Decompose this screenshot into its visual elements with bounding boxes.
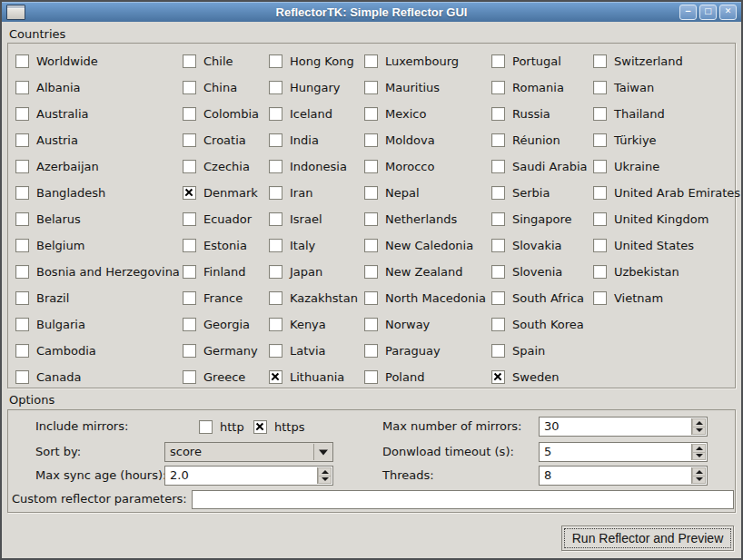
country-checkbox-item[interactable]: Belarus [15,206,180,232]
country-checkbox-item[interactable]: Poland [364,364,486,390]
spin-up-icon[interactable] [692,418,706,427]
http-checkbox[interactable]: http [199,417,244,437]
country-checkbox-item[interactable]: Romania [491,74,588,101]
country-checkbox-item[interactable]: Moldova [364,127,486,153]
country-checkbox-item[interactable]: Morocco [364,153,486,180]
spin-down-icon[interactable] [318,476,332,485]
country-checkbox-item[interactable]: Paraguay [364,338,486,364]
country-checkbox-item[interactable]: India [269,127,358,153]
country-checkbox-item[interactable]: Croatia [183,127,259,153]
country-checkbox-item[interactable]: Thailand [593,101,740,127]
country-checkbox-item[interactable]: Mexico [364,101,486,127]
country-checkbox-item[interactable]: Georgia [183,311,259,338]
country-checkbox-item[interactable]: Bangladesh [15,180,180,206]
country-checkbox-item[interactable]: Iceland [269,101,358,127]
country-checkbox-item[interactable]: Iran [269,180,358,206]
country-checkbox-item[interactable]: Czechia [183,153,259,180]
country-checkbox-item[interactable]: Australia [15,101,180,127]
country-checkbox-item[interactable]: Cambodia [15,338,180,364]
country-checkbox-item[interactable]: Singapore [491,206,588,232]
country-checkbox-item[interactable]: Germany [183,338,259,364]
country-checkbox-item[interactable]: Portugal [491,48,588,74]
run-reflector-button[interactable]: Run Reflector and Preview [561,526,734,551]
country-checkbox-item[interactable]: Greece [183,364,259,390]
country-checkbox-item[interactable]: Belgium [15,232,180,259]
spin-up-icon[interactable] [692,467,706,476]
country-label: Iran [290,186,312,200]
country-checkbox-item[interactable]: Indonesia [269,153,358,180]
country-checkbox-item[interactable]: Norway [364,311,486,338]
spin-down-icon[interactable] [692,427,706,436]
spin-down-icon[interactable] [692,452,706,461]
country-checkbox-item[interactable]: United Kingdom [593,206,740,232]
country-checkbox-item[interactable]: Japan [269,259,358,285]
country-checkbox-item[interactable]: Hong Kong [269,48,358,74]
country-checkbox-item[interactable]: Saudi Arabia [491,153,588,180]
chevron-down-icon[interactable] [313,444,332,460]
country-checkbox-item[interactable]: Austria [15,127,180,153]
custom-params-input[interactable] [192,490,734,509]
country-checkbox-item[interactable]: Finland [183,259,259,285]
max-sync-age-spinbox[interactable]: 2.0 [164,466,333,486]
country-checkbox-item[interactable]: Russia [491,101,588,127]
country-checkbox-item[interactable]: Bosnia and Herzegovina [15,259,180,285]
country-checkbox-item[interactable]: Ukraine [593,153,740,180]
country-checkbox-item[interactable]: Ecuador [183,206,259,232]
download-timeout-spinbox[interactable]: 5 [539,442,708,462]
country-checkbox-item[interactable]: Worldwide [15,48,180,74]
country-checkbox-item[interactable]: Nepal [364,180,486,206]
max-mirrors-spinbox[interactable]: 30 [539,417,708,437]
country-checkbox-item[interactable]: New Caledonia [364,232,486,259]
window-controls: − □ ✕ [679,5,737,20]
country-checkbox-item[interactable]: Slovakia [491,232,588,259]
country-checkbox-item[interactable]: Kazakhstan [269,285,358,311]
country-checkbox-item[interactable]: Taiwan [593,74,740,101]
country-checkbox-item[interactable]: Switzerland [593,48,740,74]
threads-spinbox[interactable]: 8 [539,466,708,486]
country-checkbox-item[interactable]: New Zealand [364,259,486,285]
country-checkbox-item[interactable]: Vietnam [593,285,740,311]
minimize-icon[interactable]: − [679,5,697,20]
country-checkbox-item[interactable]: North Macedonia [364,285,486,311]
country-checkbox-item[interactable]: Italy [269,232,358,259]
country-checkbox-item[interactable]: France [183,285,259,311]
country-checkbox-item[interactable]: Latvia [269,338,358,364]
spin-up-icon[interactable] [692,444,706,452]
close-icon[interactable]: ✕ [719,5,737,20]
country-checkbox-item[interactable]: United Arab Emirates [593,180,740,206]
country-checkbox-item[interactable]: Chile [183,48,259,74]
country-checkbox-item[interactable]: Réunion [491,127,588,153]
country-checkbox-item[interactable]: Netherlands [364,206,486,232]
country-checkbox-item[interactable]: Denmark [183,180,259,206]
country-checkbox-item[interactable]: China [183,74,259,101]
country-checkbox-item[interactable]: Colombia [183,101,259,127]
country-checkbox-item[interactable]: Israel [269,206,358,232]
country-checkbox-item[interactable]: Hungary [269,74,358,101]
country-checkbox-item[interactable]: South Korea [491,311,588,338]
country-checkbox-item[interactable]: Luxembourg [364,48,486,74]
country-label: Paraguay [385,344,441,358]
https-checkbox[interactable]: https [253,417,304,437]
sort-by-combobox[interactable]: score [164,442,333,462]
country-checkbox-item[interactable]: Bulgaria [15,311,180,338]
country-checkbox-item[interactable]: Slovenia [491,259,588,285]
country-checkbox-item[interactable]: Spain [491,338,588,364]
country-checkbox-item[interactable]: Türkiye [593,127,740,153]
country-checkbox-item[interactable]: Albania [15,74,180,101]
country-checkbox-item[interactable]: Serbia [491,180,588,206]
country-checkbox-item[interactable]: Canada [15,364,180,390]
country-checkbox-item[interactable]: Sweden [491,364,588,390]
country-checkbox-item[interactable]: Lithuania [269,364,358,390]
spin-buttons [317,467,332,484]
country-checkbox-item[interactable]: Azerbaijan [15,153,180,180]
country-checkbox-item[interactable]: Brazil [15,285,180,311]
country-checkbox-item[interactable]: Uzbekistan [593,259,740,285]
country-checkbox-item[interactable]: Estonia [183,232,259,259]
spin-down-icon[interactable] [692,476,706,485]
country-checkbox-item[interactable]: Kenya [269,311,358,338]
country-checkbox-item[interactable]: United States [593,232,740,259]
country-checkbox-item[interactable]: Mauritius [364,74,486,101]
country-checkbox-item[interactable]: South Africa [491,285,588,311]
maximize-icon[interactable]: □ [699,5,717,20]
spin-up-icon[interactable] [318,467,332,476]
